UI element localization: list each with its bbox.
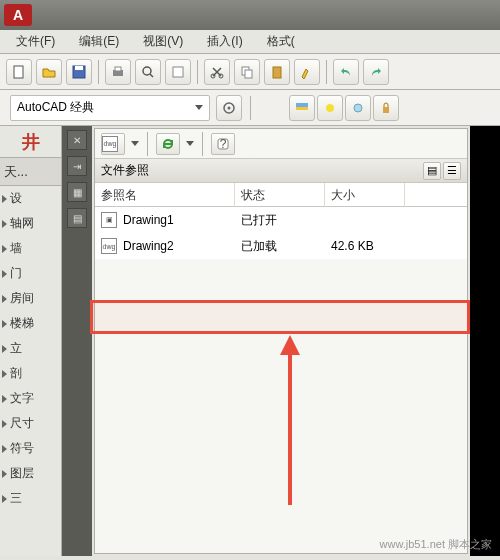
table-row[interactable]: ▣Drawing1 已打开 bbox=[95, 207, 467, 233]
chevron-down-icon[interactable] bbox=[186, 141, 194, 146]
menu-bar: 文件(F) 编辑(E) 视图(V) 插入(I) 格式( bbox=[0, 30, 500, 54]
tree-item[interactable]: 立 bbox=[0, 336, 61, 361]
dwg-icon: ▣ bbox=[101, 212, 117, 228]
standard-toolbar bbox=[0, 54, 500, 90]
workspace-row: AutoCAD 经典 bbox=[0, 90, 500, 126]
menu-edit[interactable]: 编辑(E) bbox=[69, 31, 129, 52]
xref-panel: dwg ? 文件参照 ▤ ☰ 参照名 状态 大小 bbox=[94, 128, 468, 554]
svg-point-17 bbox=[326, 104, 334, 112]
undo-button[interactable] bbox=[333, 59, 359, 85]
canvas-area[interactable] bbox=[470, 126, 500, 556]
svg-rect-12 bbox=[273, 67, 281, 78]
menu-view[interactable]: 视图(V) bbox=[133, 31, 193, 52]
pin-icon[interactable]: ⇥ bbox=[67, 156, 87, 176]
col-name[interactable]: 参照名 bbox=[95, 183, 235, 207]
tree-item[interactable]: 房间 bbox=[0, 286, 61, 311]
print-button[interactable] bbox=[105, 59, 131, 85]
tree-item[interactable]: 设 bbox=[0, 186, 61, 211]
svg-text:?: ? bbox=[220, 137, 227, 151]
close-icon[interactable]: ✕ bbox=[67, 130, 87, 150]
tree-list: 设 轴网 墙 门 房间 楼梯 立 剖 文字 尺寸 符号 图层 三 bbox=[0, 186, 61, 556]
tree-item[interactable]: 轴网 bbox=[0, 211, 61, 236]
dwg-icon: dwg bbox=[101, 238, 117, 254]
tree-item[interactable]: 三 bbox=[0, 486, 61, 511]
paste-button[interactable] bbox=[264, 59, 290, 85]
save-button[interactable] bbox=[66, 59, 92, 85]
workspace-settings-button[interactable] bbox=[216, 95, 242, 121]
cut-button[interactable] bbox=[204, 59, 230, 85]
panel-title: 文件参照 bbox=[101, 162, 149, 179]
tree-item[interactable]: 文字 bbox=[0, 386, 61, 411]
redo-button[interactable] bbox=[363, 59, 389, 85]
copy-button[interactable] bbox=[234, 59, 260, 85]
app-logo: A bbox=[4, 4, 32, 26]
menu-file[interactable]: 文件(F) bbox=[6, 31, 65, 52]
match-button[interactable] bbox=[294, 59, 320, 85]
left-tab[interactable]: 天... bbox=[0, 158, 61, 186]
svg-rect-7 bbox=[173, 67, 183, 77]
new-button[interactable] bbox=[6, 59, 32, 85]
publish-button[interactable] bbox=[165, 59, 191, 85]
left-sidebar: 井 天... 设 轴网 墙 门 房间 楼梯 立 剖 文字 尺寸 符号 图层 三 bbox=[0, 126, 62, 556]
hatch-icon[interactable]: 井 bbox=[22, 130, 40, 154]
tree-item[interactable]: 剖 bbox=[0, 361, 61, 386]
svg-rect-11 bbox=[245, 70, 252, 78]
svg-rect-2 bbox=[75, 66, 83, 70]
list-view-button[interactable]: ▤ bbox=[423, 162, 441, 180]
tree-view-button[interactable]: ☰ bbox=[443, 162, 461, 180]
menu-format[interactable]: 格式( bbox=[257, 31, 305, 52]
attach-button[interactable]: dwg bbox=[101, 133, 125, 155]
workspace-label: AutoCAD 经典 bbox=[17, 99, 94, 116]
layer-freeze-button[interactable] bbox=[345, 95, 371, 121]
layer-on-button[interactable] bbox=[317, 95, 343, 121]
svg-rect-4 bbox=[115, 67, 121, 71]
watermark: www.jb51.net 脚本之家 bbox=[380, 537, 492, 552]
svg-rect-19 bbox=[383, 107, 389, 113]
table-row[interactable]: dwgDrawing2 已加载 42.6 KB bbox=[95, 233, 467, 259]
tree-item[interactable]: 墙 bbox=[0, 236, 61, 261]
svg-rect-16 bbox=[296, 103, 308, 107]
column-headers: 参照名 状态 大小 bbox=[95, 183, 467, 207]
open-button[interactable] bbox=[36, 59, 62, 85]
svg-line-6 bbox=[150, 74, 153, 77]
panel1-icon[interactable]: ▦ bbox=[67, 182, 87, 202]
svg-point-18 bbox=[354, 104, 362, 112]
tree-item[interactable]: 符号 bbox=[0, 436, 61, 461]
layer-lock-button[interactable] bbox=[373, 95, 399, 121]
layer-properties-button[interactable] bbox=[289, 95, 315, 121]
svg-point-14 bbox=[228, 106, 231, 109]
preview-button[interactable] bbox=[135, 59, 161, 85]
panel2-icon[interactable]: ▤ bbox=[67, 208, 87, 228]
workspace-dropdown[interactable]: AutoCAD 经典 bbox=[10, 95, 210, 121]
col-status[interactable]: 状态 bbox=[235, 183, 325, 207]
help-button[interactable]: ? bbox=[211, 133, 235, 155]
svg-rect-0 bbox=[14, 66, 23, 78]
chevron-down-icon[interactable] bbox=[131, 141, 139, 146]
palette-strip: ✕ ⇥ ▦ ▤ bbox=[62, 126, 92, 556]
tree-item[interactable]: 楼梯 bbox=[0, 311, 61, 336]
chevron-down-icon bbox=[195, 105, 203, 110]
col-size[interactable]: 大小 bbox=[325, 183, 405, 207]
refresh-button[interactable] bbox=[156, 133, 180, 155]
menu-insert[interactable]: 插入(I) bbox=[197, 31, 252, 52]
tree-item[interactable]: 门 bbox=[0, 261, 61, 286]
tree-item[interactable]: 图层 bbox=[0, 461, 61, 486]
tree-item[interactable]: 尺寸 bbox=[0, 411, 61, 436]
svg-point-5 bbox=[143, 67, 151, 75]
